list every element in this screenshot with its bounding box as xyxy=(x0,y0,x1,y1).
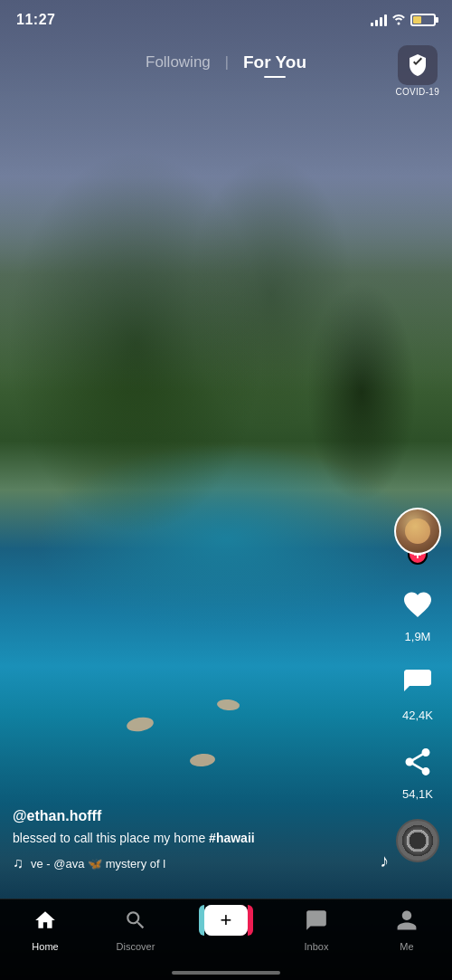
nav-home[interactable]: Home xyxy=(18,909,72,952)
home-indicator xyxy=(172,971,280,975)
right-actions: + 1,9M 42,4K 54,1K xyxy=(394,508,441,862)
nav-plus[interactable]: + xyxy=(199,905,253,936)
covid-shield-icon xyxy=(398,45,438,85)
home-label: Home xyxy=(32,941,58,952)
like-button[interactable]: 1,9M xyxy=(396,583,439,643)
comment-icon xyxy=(396,661,439,705)
music-bar[interactable]: ♫ ve - @ava 🦋 mystery of l xyxy=(13,855,380,871)
swimmers-area xyxy=(18,690,380,799)
creator-avatar-container[interactable]: + xyxy=(394,508,441,565)
caption: blessed to call this place my home #hawa… xyxy=(13,830,380,848)
tab-following[interactable]: Following xyxy=(131,46,225,79)
inbox-icon xyxy=(305,909,328,937)
nav-me[interactable]: Me xyxy=(380,909,434,952)
heart-icon xyxy=(396,583,439,626)
clock: 11:27 xyxy=(16,12,55,28)
inbox-label: Inbox xyxy=(305,941,329,952)
music-text: ve - @ava 🦋 mystery of l xyxy=(31,857,165,871)
signal-icon xyxy=(371,14,387,26)
video-info: @ethan.hofff blessed to call this place … xyxy=(13,808,380,871)
music-note-icon: ♫ xyxy=(13,855,24,871)
like-count: 1,9M xyxy=(405,630,431,643)
home-icon xyxy=(33,909,57,937)
comment-button[interactable]: 42,4K xyxy=(396,661,439,722)
nav-inbox[interactable]: Inbox xyxy=(289,909,344,952)
share-icon xyxy=(396,740,439,784)
discover-label: Discover xyxy=(117,941,155,952)
status-icons xyxy=(371,13,436,28)
bottom-nav: Home Discover + Inbox Me xyxy=(0,899,452,980)
covid-badge[interactable]: COVID-19 xyxy=(395,45,439,97)
plus-icon: + xyxy=(204,905,248,936)
music-note-right-icon: ♪ xyxy=(380,851,389,871)
plus-button[interactable]: + xyxy=(204,905,248,936)
nav-discover[interactable]: Discover xyxy=(108,909,163,952)
share-count: 54,1K xyxy=(402,787,433,801)
discover-icon xyxy=(124,909,147,937)
tab-for-you[interactable]: For You xyxy=(229,45,321,80)
share-button[interactable]: 54,1K xyxy=(396,740,439,801)
wifi-icon xyxy=(391,13,406,28)
status-bar: 11:27 xyxy=(0,0,452,40)
profile-icon xyxy=(395,909,419,937)
top-nav: Following | For You xyxy=(0,40,452,85)
me-label: Me xyxy=(400,941,413,952)
battery-icon xyxy=(410,14,436,26)
hashtag[interactable]: #hawaii xyxy=(209,831,255,845)
comment-count: 42,4K xyxy=(402,709,433,722)
music-disc[interactable] xyxy=(396,819,439,862)
username[interactable]: @ethan.hofff xyxy=(13,808,380,824)
avatar xyxy=(394,508,441,555)
covid-label: COVID-19 xyxy=(395,87,439,97)
